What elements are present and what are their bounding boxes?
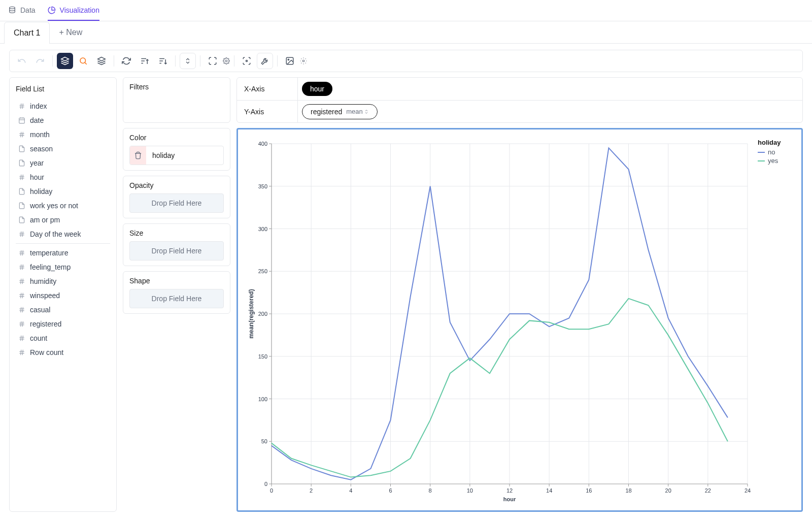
search-button[interactable] bbox=[75, 53, 91, 69]
field-item[interactable]: Row count bbox=[16, 345, 110, 360]
top-nav: Data Visualization bbox=[0, 0, 812, 21]
svg-text:22: 22 bbox=[705, 487, 711, 494]
y-field-text: registered bbox=[311, 108, 342, 116]
undo-button[interactable] bbox=[14, 53, 30, 69]
toolbar bbox=[9, 50, 803, 72]
svg-line-58 bbox=[22, 350, 23, 355]
wrench-icon bbox=[260, 56, 269, 66]
field-label: am or pm bbox=[30, 216, 60, 224]
layers-button[interactable] bbox=[93, 53, 110, 69]
expand-v-button[interactable] bbox=[180, 53, 196, 69]
sort-asc-button[interactable] bbox=[137, 53, 153, 69]
color-chip[interactable]: holiday bbox=[129, 146, 224, 165]
svg-line-57 bbox=[21, 350, 21, 355]
gear-icon[interactable] bbox=[300, 57, 307, 64]
field-item[interactable]: feeling_temp bbox=[16, 260, 110, 274]
tab-bar: Chart 1 + New bbox=[0, 21, 812, 44]
y-agg-selector[interactable]: mean bbox=[346, 108, 369, 115]
shelf-opacity-title: Opacity bbox=[129, 181, 224, 189]
separator bbox=[277, 55, 278, 67]
svg-line-10 bbox=[22, 104, 23, 109]
legend-item[interactable]: yes bbox=[758, 157, 793, 165]
svg-point-5 bbox=[288, 59, 289, 60]
field-item[interactable]: am or pm bbox=[16, 213, 110, 227]
field-item[interactable]: year bbox=[16, 156, 110, 170]
field-label: Row count bbox=[30, 348, 63, 356]
fullscreen-button[interactable] bbox=[205, 53, 221, 69]
svg-point-3 bbox=[246, 60, 248, 62]
date-icon bbox=[18, 116, 26, 124]
shelf-shape[interactable]: Shape Drop Field Here bbox=[123, 271, 230, 314]
svg-line-34 bbox=[22, 265, 23, 270]
hash-icon bbox=[18, 306, 26, 314]
svg-line-45 bbox=[21, 307, 21, 313]
svg-text:200: 200 bbox=[258, 311, 267, 317]
chip-delete-button[interactable] bbox=[130, 146, 146, 165]
opacity-drop[interactable]: Drop Field Here bbox=[129, 193, 224, 213]
fullscreen-group bbox=[205, 53, 230, 69]
refresh-button[interactable] bbox=[118, 53, 134, 69]
shape-drop[interactable]: Drop Field Here bbox=[129, 289, 224, 308]
scan-button[interactable] bbox=[239, 53, 255, 69]
field-item[interactable]: work yes or not bbox=[16, 199, 110, 213]
field-item[interactable]: humidity bbox=[16, 274, 110, 288]
shelf-filters[interactable]: Filters bbox=[123, 77, 230, 123]
separator bbox=[175, 55, 176, 67]
field-label: year bbox=[30, 159, 44, 167]
y-axis-pills[interactable]: registered mean bbox=[298, 101, 802, 122]
field-label: index bbox=[30, 102, 47, 110]
database-icon bbox=[8, 6, 16, 14]
svg-text:hour: hour bbox=[503, 496, 516, 502]
svg-text:12: 12 bbox=[506, 487, 513, 494]
field-item[interactable]: season bbox=[16, 142, 110, 156]
svg-text:4: 4 bbox=[349, 487, 352, 494]
svg-line-21 bbox=[21, 175, 21, 180]
x-field-pill[interactable]: hour bbox=[302, 82, 332, 96]
field-item[interactable]: winspeed bbox=[16, 288, 110, 303]
image-button[interactable] bbox=[282, 53, 298, 69]
axis-config: X-Axis hour Y-Axis registered mean bbox=[236, 77, 803, 123]
field-item[interactable]: casual bbox=[16, 303, 110, 317]
field-item[interactable]: temperature bbox=[16, 246, 110, 260]
nav-data[interactable]: Data bbox=[8, 0, 36, 21]
cube-icon bbox=[60, 56, 70, 66]
field-item[interactable]: registered bbox=[16, 317, 110, 331]
field-item[interactable]: date bbox=[16, 113, 110, 127]
cube-button[interactable] bbox=[57, 53, 73, 69]
search-icon bbox=[79, 56, 88, 66]
chevrons-ud-icon bbox=[364, 109, 369, 114]
svg-text:150: 150 bbox=[258, 353, 267, 360]
shelf-opacity[interactable]: Opacity Drop Field Here bbox=[123, 176, 230, 218]
field-item[interactable]: Day of the week bbox=[16, 227, 110, 241]
refresh-icon bbox=[122, 56, 131, 66]
hash-icon bbox=[18, 291, 26, 300]
sort-desc-button[interactable] bbox=[155, 53, 171, 69]
chevrons-ud-icon bbox=[184, 57, 191, 64]
y-field-pill[interactable]: registered mean bbox=[302, 104, 378, 119]
hash-icon bbox=[18, 131, 26, 139]
legend-item[interactable]: no bbox=[758, 148, 793, 156]
field-item[interactable]: holiday bbox=[16, 184, 110, 199]
doc-icon bbox=[18, 216, 26, 224]
tab-new-label: + New bbox=[59, 28, 82, 37]
gear-icon[interactable] bbox=[223, 57, 230, 64]
shelf-color[interactable]: Color holiday bbox=[123, 128, 230, 171]
shelf-size[interactable]: Size Drop Field Here bbox=[123, 223, 230, 266]
field-item[interactable]: month bbox=[16, 127, 110, 142]
svg-text:2: 2 bbox=[310, 487, 313, 494]
nav-visualization[interactable]: Visualization bbox=[48, 0, 99, 21]
tab-chart-1[interactable]: Chart 1 bbox=[4, 22, 50, 44]
wrench-button[interactable] bbox=[257, 53, 273, 69]
field-item[interactable]: index bbox=[16, 99, 110, 113]
svg-rect-11 bbox=[19, 118, 25, 123]
svg-text:18: 18 bbox=[625, 487, 631, 494]
tab-new[interactable]: + New bbox=[50, 28, 91, 37]
redo-button[interactable] bbox=[32, 53, 48, 69]
separator bbox=[234, 55, 234, 67]
field-item[interactable]: count bbox=[16, 331, 110, 345]
hash-icon bbox=[18, 102, 26, 110]
x-axis-pills[interactable]: hour bbox=[298, 79, 802, 99]
svg-line-25 bbox=[21, 232, 21, 237]
size-drop[interactable]: Drop Field Here bbox=[129, 241, 224, 260]
field-item[interactable]: hour bbox=[16, 170, 110, 184]
